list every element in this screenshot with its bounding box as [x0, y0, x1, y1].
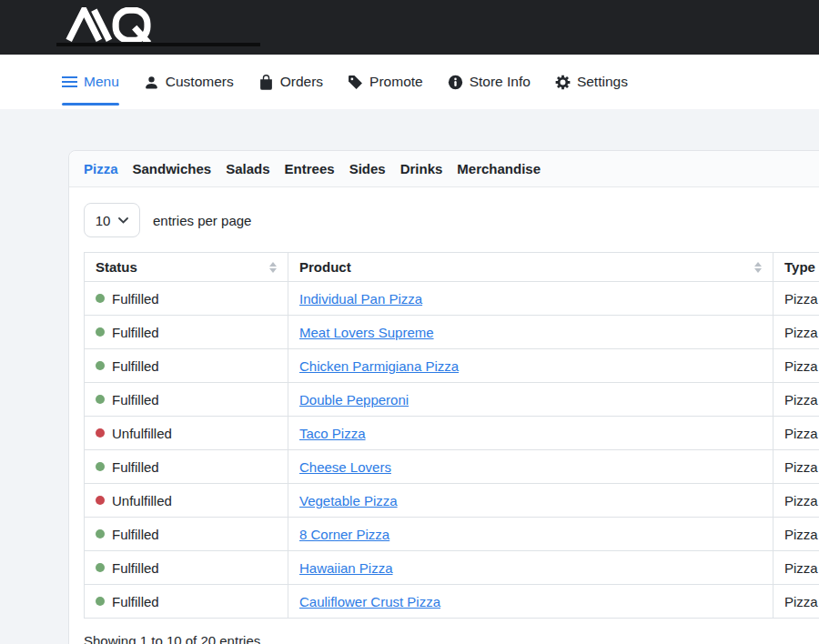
status-dot-icon — [96, 395, 105, 404]
tab-pizza[interactable]: Pizza — [84, 161, 118, 176]
tab-merchandise[interactable]: Merchandise — [457, 161, 541, 176]
product-cell: Cheese Lovers — [288, 450, 774, 484]
nav-item-settings[interactable]: Settings — [555, 55, 628, 109]
hamburger-icon — [62, 75, 77, 88]
status-label: Fulfilled — [112, 325, 159, 340]
type-cell: Pizza — [774, 585, 819, 619]
status-label: Fulfilled — [112, 459, 159, 475]
active-nav-underline — [62, 103, 119, 106]
product-cell: Meat Lovers Supreme — [288, 316, 774, 349]
status-cell: Fulfilled — [85, 282, 288, 316]
product-cell: 8 Corner Pizza — [288, 518, 774, 551]
status-cell: Fulfilled — [85, 585, 288, 619]
tab-salads[interactable]: Salads — [226, 161, 269, 176]
type-label: Pizza — [784, 426, 818, 441]
sort-icon — [754, 262, 762, 273]
table-row: Fulfilled Individual Pan Pizza Pizza — [85, 282, 819, 316]
status-cell: Fulfilled — [85, 450, 288, 484]
product-cell: Vegetable Pizza — [288, 484, 774, 518]
status-label: Fulfilled — [112, 358, 159, 374]
nav-item-menu[interactable]: Menu — [62, 55, 119, 109]
product-link[interactable]: Hawaiian Pizza — [299, 560, 393, 576]
product-link[interactable]: Meat Lovers Supreme — [299, 325, 434, 340]
type-label: Pizza — [784, 325, 818, 340]
product-link[interactable]: Taco Pizza — [299, 426, 366, 441]
status-cell: Fulfilled — [85, 383, 288, 417]
status-dot-icon — [96, 597, 105, 606]
type-label: Pizza — [784, 392, 818, 408]
type-cell: Pizza — [774, 383, 819, 417]
status-dot-icon — [96, 462, 105, 471]
aiq-logo-icon — [58, 7, 160, 42]
product-cell: Hawaiian Pizza — [288, 551, 774, 585]
type-cell: Pizza — [774, 450, 819, 484]
nav-item-promote[interactable]: Promote — [348, 55, 423, 109]
type-cell: Pizza — [774, 417, 819, 450]
person-icon — [144, 75, 159, 90]
type-label: Pizza — [784, 459, 818, 475]
product-link[interactable]: Individual Pan Pizza — [299, 291, 422, 307]
product-link[interactable]: 8 Corner Pizza — [299, 527, 389, 542]
tag-icon — [348, 75, 363, 90]
column-header-type[interactable]: Type — [774, 253, 819, 282]
status-dot-icon — [96, 563, 105, 572]
column-header-product[interactable]: Product — [288, 253, 774, 282]
bag-icon — [258, 75, 274, 90]
tab-sandwiches[interactable]: Sandwiches — [133, 161, 212, 176]
nav-item-orders[interactable]: Orders — [258, 55, 323, 109]
nav-item-store-info[interactable]: Store Info — [448, 55, 531, 109]
table-body: Fulfilled Individual Pan Pizza Pizza — [85, 282, 819, 619]
column-label: Type — [784, 259, 815, 275]
entries-summary: Showing 1 to 10 of 20 entries — [84, 633, 819, 644]
product-link[interactable]: Double Pepperoni — [299, 392, 409, 408]
product-link[interactable]: Vegetable Pizza — [299, 493, 398, 508]
status-label: Fulfilled — [112, 392, 159, 408]
product-cell: Chicken Parmigiana Pizza — [288, 349, 774, 383]
product-link[interactable]: Cauliflower Crust Pizza — [299, 594, 440, 609]
status-dot-icon — [96, 361, 105, 370]
status-dot-icon — [96, 327, 105, 337]
tab-entrees[interactable]: Entrees — [285, 161, 335, 176]
status-label: Fulfilled — [112, 560, 159, 576]
nav-item-label: Menu — [84, 74, 119, 90]
type-label: Pizza — [784, 527, 818, 542]
product-cell: Cauliflower Crust Pizza — [288, 585, 774, 619]
nav-item-label: Customers — [166, 74, 234, 90]
product-cell: Individual Pan Pizza — [288, 282, 774, 316]
entries-per-page-label: entries per page — [153, 213, 251, 228]
menu-card: Pizza Sandwiches Salads Entrees Sides Dr… — [68, 150, 819, 644]
status-cell: Fulfilled — [85, 518, 288, 551]
main-navigation: Menu Customers Orders Promote — [0, 55, 819, 109]
type-cell: Pizza — [774, 518, 819, 551]
type-cell: Pizza — [774, 551, 819, 585]
category-tabs: Pizza Sandwiches Salads Entrees Sides Dr… — [69, 151, 819, 187]
product-link[interactable]: Chicken Parmigiana Pizza — [299, 358, 459, 374]
status-dot-icon — [96, 529, 105, 538]
type-label: Pizza — [784, 358, 818, 374]
table-row: Fulfilled Cauliflower Crust Pizza Pizza — [85, 585, 819, 619]
logo-underline-bar — [56, 43, 260, 46]
nav-item-label: Orders — [280, 74, 323, 90]
status-label: Fulfilled — [112, 527, 159, 542]
nav-item-customers[interactable]: Customers — [144, 55, 234, 109]
type-label: Pizza — [784, 493, 818, 508]
status-cell: Fulfilled — [85, 551, 288, 585]
status-cell: Unfulfilled — [85, 484, 288, 518]
status-dot-icon — [96, 294, 105, 303]
table-row: Fulfilled Cheese Lovers Pizza — [85, 450, 819, 484]
entries-per-page-select[interactable]: 10 — [84, 203, 140, 237]
tab-sides[interactable]: Sides — [349, 161, 386, 176]
tab-drinks[interactable]: Drinks — [400, 161, 443, 176]
product-cell: Double Pepperoni — [288, 383, 774, 417]
column-label: Product — [299, 259, 351, 275]
brand-logo[interactable] — [58, 7, 160, 45]
products-table: Status Product Type — [84, 252, 819, 619]
entries-per-page-value: 10 — [96, 213, 111, 228]
nav-item-label: Promote — [369, 74, 423, 90]
column-header-status[interactable]: Status — [85, 253, 288, 282]
table-row: Fulfilled Hawaiian Pizza Pizza — [85, 551, 819, 585]
type-label: Pizza — [784, 560, 818, 576]
table-row: Fulfilled Meat Lovers Supreme Pizza — [85, 316, 819, 349]
product-link[interactable]: Cheese Lovers — [299, 459, 391, 475]
type-label: Pizza — [784, 594, 818, 609]
